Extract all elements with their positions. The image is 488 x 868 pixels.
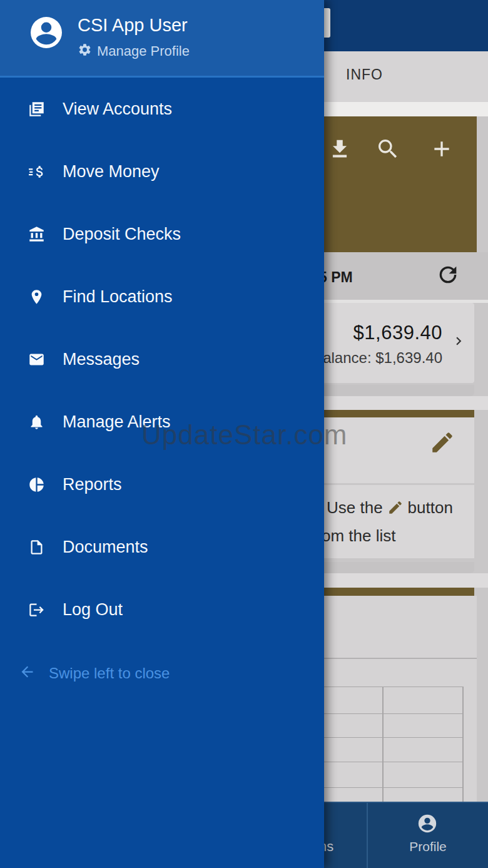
sidebar-item-documents[interactable]: Documents bbox=[0, 516, 324, 578]
refresh-button[interactable] bbox=[434, 262, 462, 290]
table-column-line bbox=[462, 687, 464, 803]
account-detail-chevron[interactable] bbox=[449, 332, 468, 353]
sidebar-item-label: Messages bbox=[63, 350, 140, 369]
bank-icon bbox=[28, 226, 45, 243]
sidebar-item-log-out[interactable]: Log Out bbox=[0, 578, 324, 641]
logout-icon bbox=[28, 601, 45, 618]
nav-tab-profile[interactable] bbox=[417, 813, 438, 837]
pencil-icon bbox=[429, 429, 455, 458]
instruction-line-2: om the list bbox=[322, 526, 396, 546]
sidebar-item-label: Deposit Checks bbox=[63, 225, 181, 244]
accounts-stack-icon bbox=[28, 101, 45, 118]
manage-profile-link[interactable]: Manage Profile bbox=[78, 43, 190, 59]
manage-profile-label: Manage Profile bbox=[97, 43, 190, 59]
tab-info[interactable]: INFO bbox=[346, 66, 383, 83]
sidebar-item-find-locations[interactable]: Find Locations bbox=[0, 265, 324, 328]
drawer-menu: View Accounts Move Money Deposit Checks … bbox=[0, 78, 324, 641]
pie-chart-icon bbox=[28, 476, 45, 493]
download-icon bbox=[328, 137, 352, 163]
location-pin-icon bbox=[28, 288, 45, 305]
sidebar-item-label: View Accounts bbox=[63, 100, 172, 119]
account-circle-icon bbox=[28, 14, 65, 51]
sidebar-item-label: Move Money bbox=[63, 162, 160, 181]
instruction-line-1: Use thebutton bbox=[327, 498, 453, 518]
watermark: UpdateStar.com bbox=[141, 419, 348, 451]
envelope-icon bbox=[28, 351, 45, 368]
sidebar-item-label: Find Locations bbox=[63, 287, 173, 307]
user-avatar[interactable] bbox=[28, 14, 65, 51]
app-screen: INFO 5 PM $1,639.40 alance: $1,639.40 bbox=[0, 0, 488, 868]
document-icon bbox=[28, 539, 45, 556]
refresh-icon bbox=[435, 262, 460, 290]
table-column-line bbox=[382, 687, 384, 803]
nav-divider bbox=[367, 803, 368, 868]
search-button[interactable] bbox=[374, 136, 402, 164]
drawer-header: CSI App User Manage Profile bbox=[0, 0, 324, 78]
sidebar-item-deposit-checks[interactable]: Deposit Checks bbox=[0, 203, 324, 265]
swipe-hint-label: Swipe left to close bbox=[49, 665, 170, 682]
pencil-icon bbox=[387, 499, 404, 516]
arrow-left-icon bbox=[19, 663, 36, 683]
person-icon bbox=[417, 825, 438, 836]
move-money-icon bbox=[28, 163, 45, 180]
plus-icon bbox=[429, 136, 454, 164]
sidebar-item-reports[interactable]: Reports bbox=[0, 453, 324, 516]
sidebar-item-move-money[interactable]: Move Money bbox=[0, 140, 324, 203]
swipe-to-close-hint[interactable]: Swipe left to close bbox=[19, 663, 170, 683]
instruction-text: Use the bbox=[327, 498, 383, 517]
gear-icon bbox=[78, 43, 92, 59]
sidebar-item-messages[interactable]: Messages bbox=[0, 328, 324, 391]
instruction-text: button bbox=[408, 498, 453, 517]
search-icon bbox=[375, 136, 400, 164]
download-button[interactable] bbox=[326, 136, 353, 164]
edit-button[interactable] bbox=[428, 429, 457, 458]
user-name: CSI App User bbox=[78, 15, 188, 36]
bell-icon bbox=[28, 414, 45, 431]
chevron-right-icon bbox=[450, 333, 467, 352]
sidebar-item-view-accounts[interactable]: View Accounts bbox=[0, 78, 324, 140]
add-button[interactable] bbox=[428, 136, 455, 164]
sidebar-item-label: Reports bbox=[63, 475, 122, 494]
sidebar-item-label: Log Out bbox=[63, 600, 123, 620]
last-updated-time: 5 PM bbox=[319, 269, 353, 286]
nav-profile-label[interactable]: Profile bbox=[388, 839, 468, 854]
sidebar-item-label: Documents bbox=[63, 538, 148, 557]
